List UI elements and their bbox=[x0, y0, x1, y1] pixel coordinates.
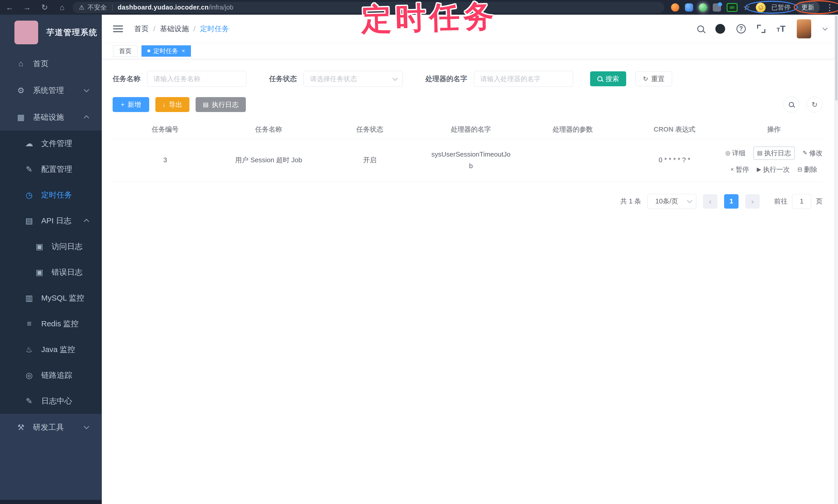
add-button[interactable]: + 新增 bbox=[112, 97, 149, 112]
page-size-select[interactable]: 10条/页 bbox=[647, 194, 696, 209]
extension-on-badge-icon[interactable]: on bbox=[727, 3, 737, 12]
sidebar-item-system-management[interactable]: ⚙ 系统管理 bbox=[0, 77, 102, 104]
sidebar-item-error-log[interactable]: ▣ 错误日志 bbox=[0, 259, 102, 285]
toggle-search-button[interactable] bbox=[783, 96, 799, 112]
list-icon: ▤ bbox=[203, 101, 209, 108]
sidebar-item-label: 文件管理 bbox=[41, 138, 72, 149]
profile-paused-label: 已暂停 bbox=[771, 3, 790, 12]
job-log-button[interactable]: ▤ 执行日志 bbox=[196, 97, 246, 112]
sidebar-item-config-management[interactable]: ✎ 配置管理 bbox=[0, 156, 102, 182]
browser-menu-icon[interactable]: ⋮ bbox=[826, 3, 834, 12]
url-path: /infra/job bbox=[209, 4, 233, 11]
user-avatar[interactable] bbox=[797, 19, 811, 38]
reset-button[interactable]: ↻ 重置 bbox=[635, 71, 672, 86]
eye-icon: ◎ bbox=[24, 371, 35, 380]
sidebar-bottom-strip bbox=[0, 500, 102, 504]
log-center-icon: ✎ bbox=[24, 396, 35, 406]
page-scrollbar[interactable] bbox=[834, 15, 838, 504]
select-placeholder: 请选择任务状态 bbox=[310, 74, 357, 84]
sidebar-item-label: 首页 bbox=[33, 58, 49, 69]
task-status-select[interactable]: 请选择任务状态 bbox=[303, 71, 403, 87]
op-job-log-link[interactable]: ▤ 执行日志 bbox=[753, 146, 795, 160]
toolbox-icon: ⚒ bbox=[15, 422, 26, 432]
goto-page-input[interactable] bbox=[792, 194, 811, 209]
sidebar-item-label: Redis 监控 bbox=[41, 319, 78, 329]
sidebar-item-log-center[interactable]: ✎ 日志中心 bbox=[0, 388, 102, 414]
sidebar-item-access-log[interactable]: ▣ 访问日志 bbox=[0, 234, 102, 259]
edit-icon: ✎ bbox=[803, 150, 807, 156]
chevron-down-icon bbox=[687, 198, 693, 203]
avatar-caret-icon[interactable] bbox=[823, 25, 828, 31]
op-delete-link[interactable]: ⊟ 删除 bbox=[798, 165, 817, 174]
tab-label: 定时任务 bbox=[153, 47, 178, 55]
current-page-button[interactable]: 1 bbox=[724, 194, 738, 209]
bookmark-star-icon[interactable]: ☆ bbox=[743, 3, 750, 12]
extension-icon[interactable] bbox=[713, 3, 721, 12]
browser-home-icon[interactable]: ⌂ bbox=[57, 3, 67, 12]
pause-icon: × bbox=[731, 166, 734, 173]
handler-name-input[interactable] bbox=[474, 71, 573, 87]
extension-icon[interactable] bbox=[671, 3, 679, 12]
header-actions: ? TT bbox=[697, 19, 826, 38]
prev-page-button[interactable]: ‹ bbox=[703, 194, 717, 209]
tab-scheduled-tasks[interactable]: 定时任务 × bbox=[141, 45, 191, 57]
op-pause-link[interactable]: × 暂停 bbox=[731, 165, 749, 174]
sidebar-item-scheduled-tasks[interactable]: ◷ 定时任务 bbox=[0, 182, 102, 208]
document-icon: ▣ bbox=[34, 268, 45, 277]
sidebar-item-infrastructure[interactable]: ▦ 基础设施 bbox=[0, 104, 102, 130]
sidebar-item-java-monitor[interactable]: ♨ Java 监控 bbox=[0, 337, 102, 362]
op-run-once-link[interactable]: ▶ 执行一次 bbox=[757, 165, 790, 174]
search-button[interactable]: 搜索 bbox=[590, 71, 626, 86]
redis-icon: ≡ bbox=[24, 319, 35, 328]
browser-reload-icon[interactable]: ↻ bbox=[40, 3, 50, 12]
sidebar-item-dev-tools[interactable]: ⚒ 研发工具 bbox=[0, 414, 102, 440]
chevron-down-icon bbox=[392, 75, 398, 81]
font-size-icon[interactable]: TT bbox=[777, 24, 785, 34]
refresh-icon: ↻ bbox=[643, 75, 648, 83]
profile-emoji-avatar[interactable]: ☺ bbox=[756, 3, 766, 12]
not-secure-warning-icon: ⚠ bbox=[79, 4, 85, 11]
refresh-table-button[interactable]: ↻ bbox=[806, 96, 823, 112]
search-icon bbox=[597, 76, 603, 82]
fullscreen-icon[interactable] bbox=[757, 25, 765, 33]
search-icon[interactable] bbox=[697, 25, 704, 32]
github-icon[interactable] bbox=[715, 24, 725, 34]
page-content: 任务名称 任务状态 请选择任务状态 处理器的名字 搜索 ↻ bbox=[102, 59, 838, 209]
browser-forward-icon[interactable]: → bbox=[22, 3, 32, 12]
browser-back-icon[interactable]: ← bbox=[5, 3, 14, 12]
chevron-up-icon bbox=[84, 115, 89, 121]
sidebar-item-redis-monitor[interactable]: ≡ Redis 监控 bbox=[0, 311, 102, 337]
sidebar-item-label: 配置管理 bbox=[41, 164, 72, 175]
sidebar-item-api-log[interactable]: ▤ API 日志 bbox=[0, 208, 102, 234]
sidebar-bottom: ⚒ 研发工具 bbox=[0, 414, 102, 504]
extension-icon[interactable] bbox=[699, 3, 707, 12]
help-icon[interactable]: ? bbox=[736, 24, 746, 34]
sidebar-item-file-management[interactable]: ☁ 文件管理 bbox=[0, 130, 102, 156]
sidebar-item-home[interactable]: ⌂ 首页 bbox=[0, 50, 102, 77]
breadcrumb-separator: / bbox=[153, 25, 155, 33]
op-detail-link[interactable]: ◎ 详细 bbox=[726, 149, 746, 158]
export-button[interactable]: ↓ 导出 bbox=[155, 97, 189, 112]
page-unit-label: 页 bbox=[816, 197, 823, 206]
timer-icon: ◷ bbox=[24, 190, 35, 200]
extension-icon[interactable] bbox=[685, 3, 693, 12]
chrome-update-button[interactable]: 更新 bbox=[796, 1, 819, 13]
edit-icon: ✎ bbox=[24, 165, 35, 174]
op-modify-link[interactable]: ✎ 修改 bbox=[803, 149, 823, 158]
sidebar-item-label: 日志中心 bbox=[41, 396, 72, 407]
close-tab-icon[interactable]: × bbox=[182, 48, 185, 54]
breadcrumb-infrastructure[interactable]: 基础设施 bbox=[160, 24, 189, 34]
sidebar-item-trace[interactable]: ◎ 链路追踪 bbox=[0, 362, 102, 388]
tab-home[interactable]: 首页 bbox=[113, 45, 137, 57]
sidebar-item-label: 研发工具 bbox=[33, 422, 64, 433]
api-log-icon: ▤ bbox=[24, 216, 35, 226]
next-page-button[interactable]: › bbox=[745, 194, 760, 209]
collapse-sidebar-icon[interactable] bbox=[113, 25, 123, 33]
sidebar-item-mysql-monitor[interactable]: ▥ MySQL 监控 bbox=[0, 285, 102, 311]
breadcrumb-home[interactable]: 首页 bbox=[134, 24, 149, 34]
tab-bar: 首页 定时任务 × bbox=[102, 43, 838, 59]
task-name-input[interactable] bbox=[147, 71, 246, 87]
col-handler-param: 处理器的参数 bbox=[522, 120, 624, 139]
chevron-up-icon bbox=[84, 219, 89, 224]
download-icon: ↓ bbox=[162, 101, 166, 108]
